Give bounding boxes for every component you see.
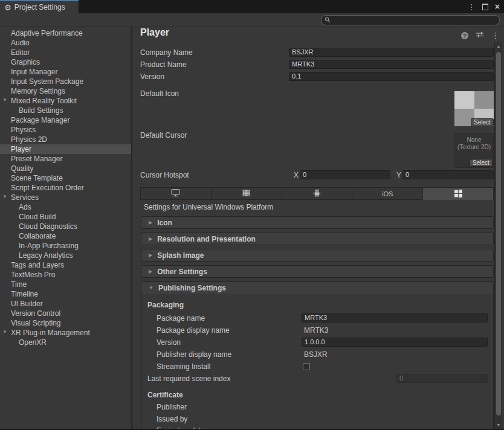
project-settings-window: ⚙ Project Settings ⋮ × Adaptive Performa… [0,0,504,430]
default-cursor-select-button[interactable]: Select [470,159,493,167]
foldout-closed-icon: ▶ [149,220,152,225]
cursor-hotspot-y-label: Y [396,170,401,180]
kebab-menu-icon[interactable]: ⋮ [468,3,476,11]
sidebar-item-build-settings[interactable]: Build Settings [0,106,131,115]
platform-tab-windows[interactable] [423,187,494,200]
cursor-hotspot-y-field[interactable]: 0 [402,170,494,179]
sidebar-item-physics[interactable]: Physics [0,125,131,135]
sidebar-item-time[interactable]: Time [0,280,131,289]
last-required-scene-index-label: Last required scene index [147,374,230,383]
sidebar-item-label: Physics [0,126,36,134]
product-name-field[interactable]: MRTK3 [289,60,494,69]
publishing-version-field[interactable]: 1.0.0.0 [302,338,488,347]
sidebar-item-label: Audio [0,39,30,47]
default-cursor-label: Default Cursor [140,130,187,140]
sidebar-item-label: Cloud Diagnostics [0,222,77,231]
foldout-open-icon[interactable]: ▼ [2,330,7,335]
section-icon[interactable]: ▶Icon [141,216,494,229]
gear-icon: ⚙ [4,4,11,11]
sidebar-item-input-manager[interactable]: Input Manager [0,67,131,77]
platform-tab-desktop[interactable] [140,187,212,200]
sidebar-item-quality[interactable]: Quality [0,164,131,173]
sidebar-item-memory-settings[interactable]: Memory Settings [0,86,131,96]
sections: ▶Icon▶Resolution and Presentation▶Splash… [141,216,494,430]
windows-icon [454,190,462,199]
sidebar-item-label: Input System Package [0,77,83,86]
sidebar-item-preset-manager[interactable]: Preset Manager [0,154,131,164]
default-cursor-object-field[interactable]: None (Texture 2D) Select [454,133,494,168]
sidebar-item-version-control[interactable]: Version Control [0,309,131,318]
platform-tab-server[interactable] [212,187,282,200]
sidebar-list: Adaptive PerformanceAudioEditorGraphicsI… [0,27,131,347]
search-input[interactable] [332,16,486,24]
sidebar-item-audio[interactable]: Audio [0,38,131,48]
sidebar-item-editor[interactable]: Editor [0,48,131,57]
section-other-settings[interactable]: ▶Other Settings [141,265,494,278]
sidebar-item-xr-plug-in-management[interactable]: ▼XR Plug-in Management [0,328,131,338]
product-name-label: Product Name [140,60,187,69]
sidebar-item-label: Collaborate [0,232,56,240]
platform-tab-android[interactable] [282,187,353,200]
sidebar-item-script-execution-order[interactable]: Script Execution Order [0,183,131,193]
platform-tabbar: iOS [140,187,494,200]
sidebar-item-in-app-purchasing[interactable]: In-App Purchasing [0,241,131,251]
sidebar-item-label: Tags and Layers [0,261,64,269]
search-box[interactable] [321,15,500,25]
sidebar-item-graphics[interactable]: Graphics [0,57,131,67]
package-name-label: Package name [157,313,205,323]
sidebar-item-services[interactable]: ▼Services [0,193,131,202]
sidebar-item-label: Script Execution Order [0,184,84,192]
sidebar-item-player[interactable]: Player [0,144,131,154]
foldout-open-icon[interactable]: ▼ [2,194,7,199]
sidebar-item-cloud-build[interactable]: Cloud Build [0,212,131,222]
settings-toolbar [0,13,504,27]
publishing-settings-header[interactable]: ▼ Publishing Settings [141,282,493,294]
sidebar-item-label: Mixed Reality Toolkit [0,97,77,105]
sidebar-item-textmesh-pro[interactable]: TextMesh Pro [0,270,131,280]
kebab-menu-icon[interactable]: ⋮ [491,31,499,39]
default-cursor-value-line2: (Texture 2D) [455,144,493,151]
default-icon-label: Default Icon [140,89,179,98]
package-display-name-label: Package display name [157,326,230,335]
close-icon[interactable]: × [495,2,500,11]
sidebar-item-package-manager[interactable]: Package Manager [0,115,131,125]
scroll-down-icon[interactable]: ▼ [495,423,502,427]
last-required-scene-index-field: 0 [396,374,488,383]
sidebar-item-collaborate[interactable]: Collaborate [0,231,131,241]
sidebar-item-ui-builder[interactable]: UI Builder [0,299,131,309]
presets-icon[interactable] [476,31,484,40]
scroll-up-icon[interactable]: ▲ [495,44,502,48]
sidebar-item-input-system-package[interactable]: Input System Package [0,77,131,86]
cursor-hotspot-x-field[interactable]: 0 [300,170,390,179]
sidebar-item-cloud-diagnostics[interactable]: Cloud Diagnostics [0,222,131,231]
sidebar-item-mixed-reality-toolkit[interactable]: ▼Mixed Reality Toolkit [0,96,131,106]
scrollbar-thumb[interactable] [496,52,501,416]
default-icon-thumbnail[interactable]: Select [454,91,494,126]
android-icon [313,189,321,199]
vertical-scrollbar[interactable]: ▲ ▼ [494,42,502,429]
sidebar-item-physics-2d[interactable]: Physics 2D [0,135,131,144]
page-title: Player [140,27,169,38]
sidebar-item-scene-template[interactable]: Scene Template [0,173,131,183]
sidebar-item-openxr[interactable]: OpenXR [0,338,131,347]
default-icon-select-button[interactable]: Select [471,118,494,126]
sidebar-item-visual-scripting[interactable]: Visual Scripting [0,318,131,328]
streaming-install-checkbox[interactable] [303,363,310,370]
platform-tab-ios[interactable]: iOS [352,187,423,200]
package-name-field[interactable]: MRTK3 [302,313,488,322]
sidebar-item-timeline[interactable]: Timeline [0,289,131,299]
section-resolution-and-presentation[interactable]: ▶Resolution and Presentation [141,233,494,245]
foldout-open-icon[interactable]: ▼ [2,98,7,103]
maximize-icon[interactable] [482,4,488,10]
version-field[interactable]: 0.1 [289,72,494,81]
section-title: Other Settings [157,268,207,276]
company-name-field[interactable]: BSJXR [289,48,494,57]
sidebar-item-tags-and-layers[interactable]: Tags and Layers [0,260,131,270]
cursor-hotspot-label: Cursor Hotspot [140,170,189,180]
sidebar-item-legacy-analytics[interactable]: Legacy Analytics [0,251,131,260]
sidebar-item-ads[interactable]: Ads [0,202,131,212]
help-icon[interactable]: ? [461,32,468,39]
sidebar-item-adaptive-performance[interactable]: Adaptive Performance [0,28,131,38]
tab-project-settings[interactable]: ⚙ Project Settings [0,0,79,13]
section-splash-image[interactable]: ▶Splash Image [141,249,494,262]
